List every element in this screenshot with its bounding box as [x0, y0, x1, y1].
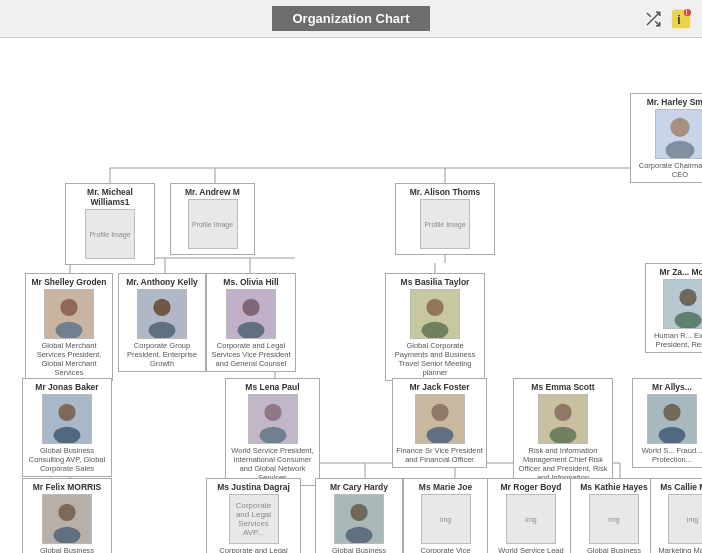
cary-title: Global Business Consulting Analyst	[319, 546, 399, 553]
roger-img: img	[506, 494, 556, 544]
cary-avatar	[334, 494, 384, 544]
shelley-name: Mr Shelley Groden	[29, 277, 109, 287]
svg-point-39	[153, 299, 170, 316]
za-title: Human R... Execu... President, Resou...	[649, 331, 702, 349]
svg-point-42	[242, 299, 259, 316]
chart-area[interactable]: Mr. Harley Smith Corporate Chairman and …	[0, 38, 702, 553]
jonas-avatar	[42, 394, 92, 444]
anthony-avatar	[137, 289, 187, 339]
svg-point-69	[350, 504, 367, 521]
olivia-name: Ms. Olivia Hill	[210, 277, 292, 287]
shuffle-icon[interactable]	[642, 8, 664, 30]
node-za[interactable]: Mr Za... Moc... Human R... Execu... Pres…	[645, 263, 702, 353]
marie-name: Ms Marie Joe	[407, 482, 484, 492]
andrew-img: Profile Image	[188, 199, 238, 249]
marie-img: img	[421, 494, 471, 544]
node-anthony[interactable]: Mr. Anthony Kelly Corporate Group Presid…	[118, 273, 206, 372]
shelley-avatar	[44, 289, 94, 339]
svg-point-60	[554, 404, 571, 421]
lena-avatar	[248, 394, 298, 444]
roger-name: Mr Roger Boyd	[491, 482, 571, 492]
node-andrew[interactable]: Mr. Andrew M Profile Image	[170, 183, 255, 255]
anthony-name: Mr. Anthony Kelly	[122, 277, 202, 287]
svg-point-33	[670, 118, 689, 137]
justina-name: Ms Justina Dagraj	[210, 482, 297, 492]
felix-title: Global Business Consulting Group Preside…	[26, 546, 108, 553]
svg-point-57	[431, 404, 448, 421]
jack-avatar	[415, 394, 465, 444]
svg-point-48	[679, 289, 696, 306]
svg-point-54	[264, 404, 281, 421]
shelley-title: Global Merchant Services President, Glob…	[29, 341, 109, 377]
ceo-avatar	[655, 109, 702, 159]
callie-title: Marketing Marketing Executive	[654, 546, 702, 553]
olivia-title: Corporate and Legal Services Vice Presid…	[210, 341, 292, 368]
alison-name: Mr. Alison Thoms	[399, 187, 491, 197]
felix-name: Mr Felix MORRIS	[26, 482, 108, 492]
node-olivia[interactable]: Ms. Olivia Hill Corporate and Legal Serv…	[206, 273, 296, 372]
node-shelley[interactable]: Mr Shelley Groden Global Merchant Servic…	[25, 273, 113, 381]
node-basilia[interactable]: Ms Basilia Taylor Global Corporate Payme…	[385, 273, 485, 381]
lena-title: World Service President, International C…	[229, 446, 316, 482]
cary-name: Mr Cary Hardy	[319, 482, 399, 492]
alison-img: Profile Image	[420, 199, 470, 249]
node-cary[interactable]: Mr Cary Hardy Global Business Consulting…	[315, 478, 403, 553]
app-container: Organization Chart i !	[0, 0, 702, 553]
svg-point-51	[58, 404, 75, 421]
olivia-avatar	[226, 289, 276, 339]
basilia-name: Ms Basilia Taylor	[389, 277, 481, 287]
svg-text:!: !	[686, 9, 688, 16]
za-name: Mr Za... Moc...	[649, 267, 702, 277]
za-avatar	[663, 279, 703, 329]
emma-name: Ms Emma Scott	[517, 382, 609, 392]
info-icon[interactable]: i !	[670, 8, 692, 30]
andrew-name: Mr. Andrew M	[174, 187, 251, 197]
roger-title: World Service Lead Programmer Analyst	[491, 546, 571, 553]
justina-img: Corporate and Legal Services AVP...	[229, 494, 279, 544]
emma-avatar	[538, 394, 588, 444]
node-marie[interactable]: Ms Marie Joe img Corporate Vice Chairman	[403, 478, 488, 553]
toolbar: Organization Chart i !	[0, 0, 702, 38]
kathie-title: Global Business Consulting Executive	[574, 546, 654, 553]
node-micheal[interactable]: Mr. Micheal Williams1 Profile Image	[65, 183, 155, 265]
anthony-title: Corporate Group President, Enterprise Gr…	[122, 341, 202, 368]
node-jack[interactable]: Mr Jack Foster Finance Sr Vice President…	[392, 378, 487, 468]
kathie-name: Ms Kathie Hayes	[574, 482, 654, 492]
kathie-img: img	[589, 494, 639, 544]
allys-title: World S... Fraud... Protection...	[636, 446, 702, 464]
ceo-name: Mr. Harley Smith	[634, 97, 702, 107]
svg-text:i: i	[677, 13, 680, 27]
toolbar-icons: i !	[642, 8, 692, 30]
allys-avatar	[647, 394, 697, 444]
jack-title: Finance Sr Vice President and Financial …	[396, 446, 483, 464]
felix-avatar	[42, 494, 92, 544]
svg-point-36	[60, 299, 77, 316]
micheal-img: Profile Image	[85, 209, 135, 259]
ceo-title: Corporate Chairman and CEO	[634, 161, 702, 179]
node-jonas[interactable]: Mr Jonas Baker Global Business Consultin…	[22, 378, 112, 477]
jonas-title: Global Business Consulting AVP, Global C…	[26, 446, 108, 473]
node-felix[interactable]: Mr Felix MORRIS Global Business Consulti…	[22, 478, 112, 553]
svg-point-45	[426, 299, 443, 316]
node-alison[interactable]: Mr. Alison Thoms Profile Image	[395, 183, 495, 255]
basilia-title: Global Corporate Payments and Business T…	[389, 341, 481, 377]
node-callie[interactable]: Ms Callie Martin img Marketing Marketing…	[650, 478, 702, 553]
svg-point-63	[663, 404, 680, 421]
node-roger[interactable]: Mr Roger Boyd img World Service Lead Pro…	[487, 478, 575, 553]
chart-scroll: Mr. Harley Smith Corporate Chairman and …	[10, 48, 702, 553]
lena-name: Ms Lena Paul	[229, 382, 316, 392]
callie-name: Ms Callie Martin	[654, 482, 702, 492]
micheal-name: Mr. Micheal Williams1	[69, 187, 151, 207]
jack-name: Mr Jack Foster	[396, 382, 483, 392]
svg-point-66	[58, 504, 75, 521]
node-justina[interactable]: Ms Justina Dagraj Corporate and Legal Se…	[206, 478, 301, 553]
node-ceo[interactable]: Mr. Harley Smith Corporate Chairman and …	[630, 93, 702, 183]
allys-name: Mr Allys...	[636, 382, 702, 392]
node-lena[interactable]: Ms Lena Paul World Service President, In…	[225, 378, 320, 486]
node-allys[interactable]: Mr Allys... World S... Fraud... Protecti…	[632, 378, 702, 468]
justina-title: Corporate and Legal Services AVP, Corpor…	[210, 546, 297, 553]
node-kathie[interactable]: Ms Kathie Hayes img Global Business Cons…	[570, 478, 658, 553]
basilia-avatar	[410, 289, 460, 339]
chart-title: Organization Chart	[272, 6, 429, 31]
marie-title: Corporate Vice Chairman	[407, 546, 484, 553]
